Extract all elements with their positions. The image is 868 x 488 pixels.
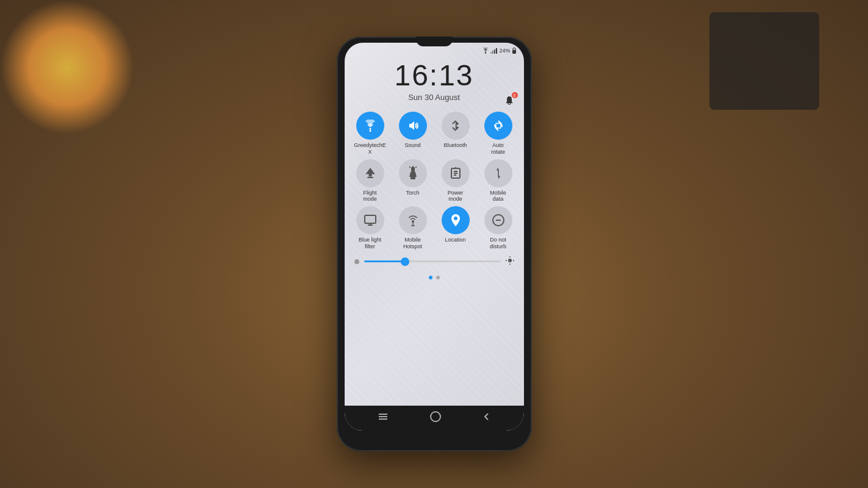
recent-apps-icon [377, 412, 389, 422]
signal-icon [490, 48, 498, 54]
page-dots [345, 272, 524, 283]
svg-rect-46 [431, 412, 440, 422]
hotspot-icon [406, 213, 420, 228]
svg-rect-29 [365, 215, 376, 223]
toggle-torch[interactable]: Torch [393, 159, 432, 203]
power-mode-label: Powermode [448, 190, 464, 203]
toggle-bluetooth[interactable]: Bluetooth [436, 112, 475, 156]
brightness-slider[interactable] [364, 260, 501, 262]
toggle-location[interactable]: Location [436, 206, 475, 250]
toggle-wifi[interactable]: GreedytechEX [351, 112, 390, 156]
flight-icon [363, 166, 378, 181]
phone-notch [416, 37, 453, 46]
brightness-fill [364, 260, 405, 262]
nav-back-button[interactable] [482, 412, 492, 425]
dnd-label: Do notdisturb [490, 237, 506, 250]
toggle-dnd[interactable]: Do notdisturb [479, 206, 518, 250]
bluetooth-toggle-icon [442, 112, 470, 140]
toggle-blue-light[interactable]: Blue lightfilter [351, 206, 390, 250]
brightness-thumb[interactable] [401, 257, 409, 266]
dnd-toggle-icon [484, 206, 512, 234]
home-icon [429, 411, 442, 423]
location-label: Location [445, 237, 465, 243]
wifi-toggle-icon [356, 112, 384, 140]
mobile-data-label: Mobiledata [490, 190, 506, 203]
wifi-status-icon [482, 48, 489, 54]
power-mode-toggle-icon [442, 159, 470, 187]
svg-marker-16 [409, 121, 414, 130]
torch-label: Torch [406, 190, 419, 196]
dnd-icon [491, 213, 506, 228]
bluetooth-label: Bluetooth [443, 142, 467, 149]
svg-rect-19 [411, 167, 415, 172]
toggle-flight-mode[interactable]: Flightmode [351, 159, 390, 203]
phone-wrapper: 24% 16:13 Sun 30 August [337, 37, 532, 451]
hotspot-label: MobileHotspot [403, 237, 422, 250]
bell-badge: 0 [512, 92, 518, 98]
mobile-data-icon [491, 166, 506, 181]
svg-rect-3 [494, 49, 495, 54]
back-icon [482, 412, 492, 422]
nav-bar [345, 406, 524, 431]
sound-label: Sound [404, 142, 420, 149]
lamp-glow [0, 0, 134, 134]
svg-rect-18 [367, 177, 373, 178]
blue-light-label: Blue lightfilter [359, 237, 381, 250]
quick-toggles-grid: GreedytechEX Sound [345, 108, 524, 254]
brightness-max-icon [506, 256, 514, 267]
flight-toggle-icon [356, 159, 384, 187]
svg-line-22 [409, 167, 411, 168]
toggle-hotspot[interactable]: MobileHotspot [393, 206, 432, 250]
battery-text: 24% [499, 48, 510, 54]
auto-rotate-label: Autorotate [491, 142, 505, 156]
rotate-icon [491, 118, 506, 133]
hotspot-toggle-icon [399, 206, 427, 234]
toggle-sound[interactable]: Sound [393, 112, 432, 156]
bluetooth-icon [449, 119, 462, 132]
location-toggle-icon [442, 206, 470, 234]
svg-point-0 [485, 52, 486, 54]
svg-point-15 [369, 130, 371, 132]
wifi-icon [363, 120, 378, 132]
wifi-label: GreedytechEX [354, 142, 386, 156]
screen: 24% 16:13 Sun 30 August [345, 43, 524, 431]
blue-light-toggle-icon [356, 206, 384, 234]
status-icons: 24% [482, 48, 516, 54]
toggle-mobile-data[interactable]: Mobiledata [479, 159, 518, 203]
phone: 24% 16:13 Sun 30 August [337, 37, 532, 451]
page-dot-2[interactable] [436, 276, 440, 279]
lock-icon [512, 48, 517, 54]
location-icon [448, 213, 463, 228]
sound-toggle-icon [399, 112, 427, 140]
svg-point-38 [508, 259, 512, 262]
bell-icon-container[interactable]: 0 [502, 93, 517, 108]
time-display: 16:13 [394, 61, 473, 90]
page-dot-1[interactable] [429, 276, 432, 279]
nav-home-button[interactable] [429, 411, 442, 426]
torch-icon [406, 166, 420, 181]
svg-rect-2 [492, 51, 493, 54]
screen-content: 24% 16:13 Sun 30 August [345, 43, 524, 431]
mobile-data-toggle-icon [484, 159, 512, 187]
auto-rotate-toggle-icon [484, 112, 512, 140]
svg-rect-4 [496, 48, 497, 54]
svg-point-32 [412, 220, 414, 223]
svg-rect-5 [512, 50, 516, 54]
brightness-row [345, 254, 524, 270]
power-mode-icon [448, 166, 463, 181]
svg-point-35 [454, 217, 457, 220]
svg-rect-20 [411, 177, 415, 179]
device-right [709, 12, 819, 110]
blue-light-icon [363, 213, 378, 228]
svg-line-23 [415, 167, 417, 168]
toggle-auto-rotate[interactable]: Autorotate [479, 112, 518, 156]
toggle-power-mode[interactable]: Powermode [436, 159, 475, 203]
torch-toggle-icon [399, 159, 427, 187]
nav-recent-button[interactable] [377, 412, 389, 425]
brightness-min-icon [354, 259, 359, 264]
flight-label: Flightmode [363, 190, 377, 203]
svg-rect-1 [490, 52, 492, 54]
sound-icon [406, 118, 420, 133]
